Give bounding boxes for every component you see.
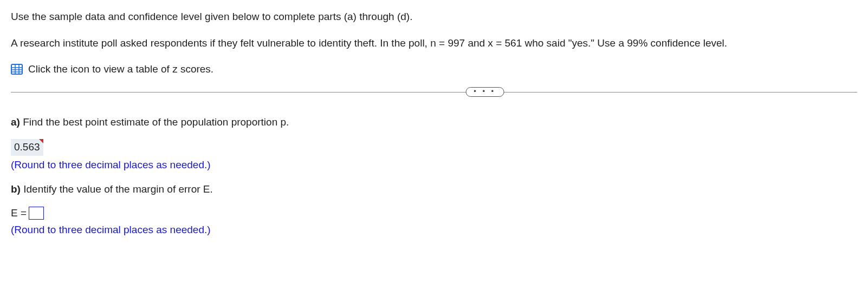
instruction-line-1: Use the sample data and confidence level…: [11, 10, 857, 24]
divider-line: [11, 92, 857, 93]
part-b-equation-row: E =: [11, 206, 857, 221]
svg-rect-0: [11, 64, 22, 74]
part-b-answer-field[interactable]: [29, 207, 44, 220]
z-table-link-text: Click the icon to view a table of z scor…: [28, 62, 213, 77]
part-b-eq-left: E =: [11, 206, 27, 221]
z-table-link-row[interactable]: Click the icon to view a table of z scor…: [11, 62, 857, 77]
part-b-question: b) Identify the value of the margin of e…: [11, 182, 857, 197]
part-a-label: a): [11, 116, 20, 128]
part-b-hint: (Round to three decimal places as needed…: [11, 223, 857, 237]
part-b-label: b): [11, 183, 21, 195]
part-a-question: a) Find the best point estimate of the p…: [11, 115, 857, 130]
part-a-answer-field[interactable]: 0.563: [11, 139, 43, 156]
part-a-hint: (Round to three decimal places as needed…: [11, 158, 857, 173]
instruction-line-2: A research institute poll asked responde…: [11, 36, 857, 51]
table-icon: [11, 64, 23, 75]
expand-dots-button[interactable]: • • •: [465, 87, 504, 97]
part-a-text: Find the best point estimate of the popu…: [20, 116, 289, 128]
part-b-text: Identify the value of the margin of erro…: [21, 183, 213, 195]
section-divider: • • •: [11, 92, 857, 93]
